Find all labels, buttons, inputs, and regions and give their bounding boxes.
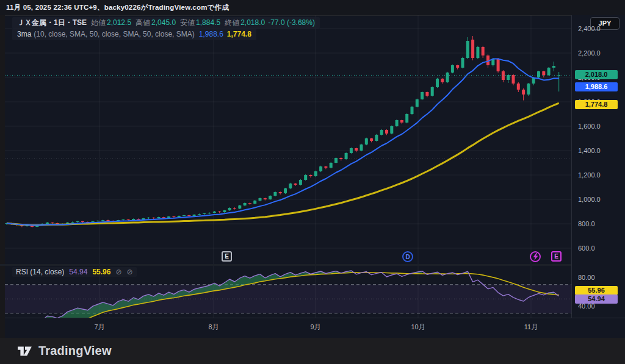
price-axis-label: 800.0 [572,220,625,227]
price-badge: 1,988.6 [575,82,618,91]
rsi-legend: RSI (14, close) 54.94 55.96 ⊘ ⊘ [12,267,137,277]
symbol-title: ＪＸ金属・1日・TSE [17,18,87,27]
rsi-badge: 54.94 [575,294,618,304]
ma-legend-row[interactable]: 3ma (10, close, SMA, 50, close, SMA, 50,… [12,29,256,40]
price-axis-label: 1,600.0 [572,123,625,130]
time-axis-label: 10月 [411,323,425,332]
rsi-badge: 55.96 [575,286,618,295]
lightning-icon [533,253,538,260]
change-value: -77.0 (-3.68%) [268,18,315,27]
open-label: 始値 [91,18,106,27]
ma10-value: 1,988.6 [199,29,223,39]
visibility-off-icon[interactable]: ⊘ [115,268,121,276]
attribution-bar: 11月 05, 2025 22:36 UTC+9、backy0226がTradi… [0,0,625,16]
price-axis-label: 2,200.0 [572,49,625,57]
price-axis-label: 2,400.0 [572,25,625,32]
ma-name: 3ma [17,29,31,39]
price-axis-label: 1,200.0 [572,171,625,179]
candlestick-chart-canvas[interactable] [5,15,571,265]
time-axis-label: 11月 [524,323,538,332]
close-value: 2,018.0 [240,18,265,27]
high-value: 2,045.0 [151,18,176,27]
time-axis[interactable]: 7月8月9月10月11月 [5,318,625,338]
price-badge: 2,018.0 [575,70,618,79]
rsi-axis-label: 80.00 [572,274,625,281]
rsi-value: 54.94 [69,268,87,276]
left-edge-strip [0,15,5,338]
open-value: 2,012.5 [107,18,131,27]
high-label: 高値 [135,18,150,27]
attribution-text: 11月 05, 2025 22:36 UTC+9、backy0226がTradi… [6,3,229,12]
tradingview-logo-link[interactable]: TradingView [17,343,112,359]
tradingview-chart-window: 11月 05, 2025 22:36 UTC+9、backy0226がTradi… [0,0,625,364]
event-marker-e[interactable]: E [222,251,232,262]
time-axis-label: 7月 [94,323,104,332]
lightning-event-marker[interactable] [530,251,541,262]
price-axis-label: 600.0 [572,244,625,252]
tradingview-brand-text: TradingView [38,344,112,358]
ma-params: (10, close, SMA, 50, close, SMA, 50, clo… [34,29,194,39]
price-chart-pane[interactable]: ＪＸ金属・1日・TSE 始値2,012.5 高値2,045.0 安値1,884.… [5,15,571,265]
low-value: 1,884.5 [196,18,220,27]
event-marker-d[interactable]: D [402,251,413,262]
rsi-title: RSI (14, close) [16,268,64,276]
price-axis-label: 1,000.0 [572,196,625,203]
price-axis-label: 1,400.0 [572,147,625,154]
rsi-ma-value: 55.96 [92,268,110,276]
time-axis-label: 8月 [208,323,219,332]
event-marker-e[interactable]: E [551,251,562,262]
time-axis-label: 9月 [310,323,320,332]
rsi-pane[interactable]: RSI (14, close) 54.94 55.96 ⊘ ⊘ [5,266,571,318]
ma50-value: 1,774.8 [227,29,251,39]
price-axis[interactable]: JPY 2,400.02,200.02,000.01,800.01,600.01… [571,15,625,338]
low-label: 安値 [180,18,195,27]
chart-legend: ＪＸ金属・1日・TSE 始値2,012.5 高値2,045.0 安値1,884.… [12,17,320,40]
visibility-off-icon[interactable]: ⊘ [126,268,132,276]
close-label: 終値 [225,18,239,27]
footer-bar: TradingView [0,338,625,364]
price-badge: 1,774.8 [575,100,618,109]
symbol-legend-row[interactable]: ＪＸ金属・1日・TSE 始値2,012.5 高値2,045.0 安値1,884.… [12,17,320,29]
tradingview-logo-icon [17,343,33,359]
